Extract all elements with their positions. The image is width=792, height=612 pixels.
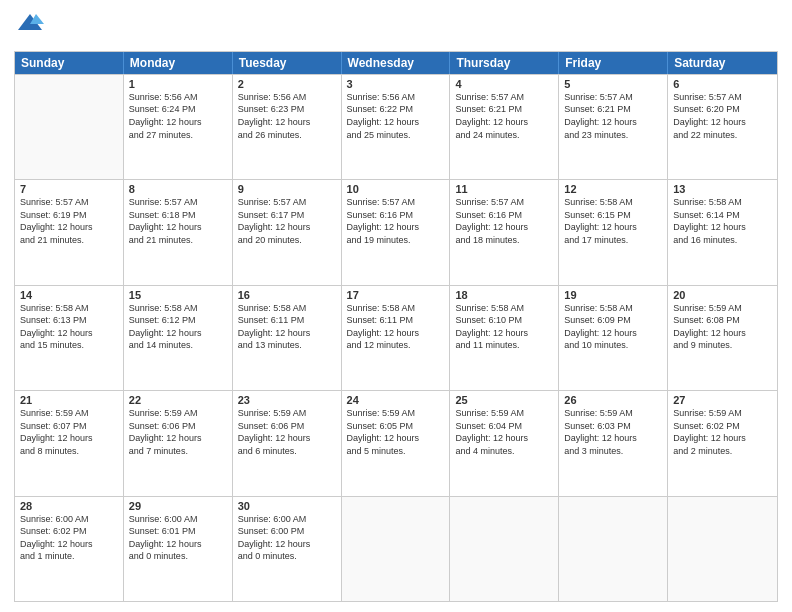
day-number: 4 <box>455 78 553 90</box>
day-number: 26 <box>564 394 662 406</box>
cal-cell: 9Sunrise: 5:57 AM Sunset: 6:17 PM Daylig… <box>233 180 342 284</box>
cal-cell: 19Sunrise: 5:58 AM Sunset: 6:09 PM Dayli… <box>559 286 668 390</box>
day-number: 28 <box>20 500 118 512</box>
cal-cell: 1Sunrise: 5:56 AM Sunset: 6:24 PM Daylig… <box>124 75 233 179</box>
cal-cell: 4Sunrise: 5:57 AM Sunset: 6:21 PM Daylig… <box>450 75 559 179</box>
cell-info: Sunrise: 5:56 AM Sunset: 6:24 PM Dayligh… <box>129 91 227 141</box>
cal-cell: 14Sunrise: 5:58 AM Sunset: 6:13 PM Dayli… <box>15 286 124 390</box>
cell-info: Sunrise: 5:58 AM Sunset: 6:14 PM Dayligh… <box>673 196 772 246</box>
cal-cell <box>559 497 668 601</box>
cell-info: Sunrise: 5:57 AM Sunset: 6:16 PM Dayligh… <box>455 196 553 246</box>
day-number: 29 <box>129 500 227 512</box>
cell-info: Sunrise: 5:58 AM Sunset: 6:11 PM Dayligh… <box>347 302 445 352</box>
cell-info: Sunrise: 5:59 AM Sunset: 6:05 PM Dayligh… <box>347 407 445 457</box>
cal-cell <box>15 75 124 179</box>
cell-info: Sunrise: 5:56 AM Sunset: 6:23 PM Dayligh… <box>238 91 336 141</box>
day-number: 24 <box>347 394 445 406</box>
cal-cell: 2Sunrise: 5:56 AM Sunset: 6:23 PM Daylig… <box>233 75 342 179</box>
cal-cell: 25Sunrise: 5:59 AM Sunset: 6:04 PM Dayli… <box>450 391 559 495</box>
cal-cell: 12Sunrise: 5:58 AM Sunset: 6:15 PM Dayli… <box>559 180 668 284</box>
cell-info: Sunrise: 5:57 AM Sunset: 6:16 PM Dayligh… <box>347 196 445 246</box>
cal-cell: 15Sunrise: 5:58 AM Sunset: 6:12 PM Dayli… <box>124 286 233 390</box>
cell-info: Sunrise: 5:57 AM Sunset: 6:19 PM Dayligh… <box>20 196 118 246</box>
cal-cell: 6Sunrise: 5:57 AM Sunset: 6:20 PM Daylig… <box>668 75 777 179</box>
day-number: 18 <box>455 289 553 301</box>
header-day-friday: Friday <box>559 52 668 74</box>
day-number: 19 <box>564 289 662 301</box>
cal-cell: 3Sunrise: 5:56 AM Sunset: 6:22 PM Daylig… <box>342 75 451 179</box>
cell-info: Sunrise: 6:00 AM Sunset: 6:02 PM Dayligh… <box>20 513 118 563</box>
cal-row-1: 1Sunrise: 5:56 AM Sunset: 6:24 PM Daylig… <box>15 74 777 179</box>
cal-row-2: 7Sunrise: 5:57 AM Sunset: 6:19 PM Daylig… <box>15 179 777 284</box>
header-day-tuesday: Tuesday <box>233 52 342 74</box>
day-number: 2 <box>238 78 336 90</box>
day-number: 8 <box>129 183 227 195</box>
cal-cell: 29Sunrise: 6:00 AM Sunset: 6:01 PM Dayli… <box>124 497 233 601</box>
day-number: 3 <box>347 78 445 90</box>
day-number: 10 <box>347 183 445 195</box>
cal-cell <box>668 497 777 601</box>
calendar: SundayMondayTuesdayWednesdayThursdayFrid… <box>14 51 778 602</box>
cal-row-4: 21Sunrise: 5:59 AM Sunset: 6:07 PM Dayli… <box>15 390 777 495</box>
cal-cell: 5Sunrise: 5:57 AM Sunset: 6:21 PM Daylig… <box>559 75 668 179</box>
day-number: 27 <box>673 394 772 406</box>
day-number: 11 <box>455 183 553 195</box>
cal-cell: 13Sunrise: 5:58 AM Sunset: 6:14 PM Dayli… <box>668 180 777 284</box>
day-number: 25 <box>455 394 553 406</box>
day-number: 13 <box>673 183 772 195</box>
cal-cell <box>450 497 559 601</box>
day-number: 30 <box>238 500 336 512</box>
cal-cell: 24Sunrise: 5:59 AM Sunset: 6:05 PM Dayli… <box>342 391 451 495</box>
cell-info: Sunrise: 5:59 AM Sunset: 6:06 PM Dayligh… <box>129 407 227 457</box>
cal-cell: 22Sunrise: 5:59 AM Sunset: 6:06 PM Dayli… <box>124 391 233 495</box>
day-number: 21 <box>20 394 118 406</box>
cal-cell: 21Sunrise: 5:59 AM Sunset: 6:07 PM Dayli… <box>15 391 124 495</box>
cal-cell: 8Sunrise: 5:57 AM Sunset: 6:18 PM Daylig… <box>124 180 233 284</box>
cal-row-5: 28Sunrise: 6:00 AM Sunset: 6:02 PM Dayli… <box>15 496 777 601</box>
header-day-wednesday: Wednesday <box>342 52 451 74</box>
cell-info: Sunrise: 5:57 AM Sunset: 6:17 PM Dayligh… <box>238 196 336 246</box>
cal-cell: 23Sunrise: 5:59 AM Sunset: 6:06 PM Dayli… <box>233 391 342 495</box>
cell-info: Sunrise: 5:58 AM Sunset: 6:15 PM Dayligh… <box>564 196 662 246</box>
cal-cell: 20Sunrise: 5:59 AM Sunset: 6:08 PM Dayli… <box>668 286 777 390</box>
cal-cell: 11Sunrise: 5:57 AM Sunset: 6:16 PM Dayli… <box>450 180 559 284</box>
calendar-header: SundayMondayTuesdayWednesdayThursdayFrid… <box>15 52 777 74</box>
day-number: 15 <box>129 289 227 301</box>
cell-info: Sunrise: 5:57 AM Sunset: 6:21 PM Dayligh… <box>564 91 662 141</box>
cal-cell <box>342 497 451 601</box>
header-day-monday: Monday <box>124 52 233 74</box>
cell-info: Sunrise: 5:58 AM Sunset: 6:11 PM Dayligh… <box>238 302 336 352</box>
cal-cell: 17Sunrise: 5:58 AM Sunset: 6:11 PM Dayli… <box>342 286 451 390</box>
day-number: 20 <box>673 289 772 301</box>
day-number: 1 <box>129 78 227 90</box>
cal-cell: 10Sunrise: 5:57 AM Sunset: 6:16 PM Dayli… <box>342 180 451 284</box>
cell-info: Sunrise: 5:56 AM Sunset: 6:22 PM Dayligh… <box>347 91 445 141</box>
calendar-body: 1Sunrise: 5:56 AM Sunset: 6:24 PM Daylig… <box>15 74 777 601</box>
cell-info: Sunrise: 5:59 AM Sunset: 6:04 PM Dayligh… <box>455 407 553 457</box>
day-number: 14 <box>20 289 118 301</box>
cell-info: Sunrise: 6:00 AM Sunset: 6:01 PM Dayligh… <box>129 513 227 563</box>
cell-info: Sunrise: 5:58 AM Sunset: 6:09 PM Dayligh… <box>564 302 662 352</box>
day-number: 6 <box>673 78 772 90</box>
cal-cell: 26Sunrise: 5:59 AM Sunset: 6:03 PM Dayli… <box>559 391 668 495</box>
cell-info: Sunrise: 5:57 AM Sunset: 6:20 PM Dayligh… <box>673 91 772 141</box>
cell-info: Sunrise: 5:59 AM Sunset: 6:02 PM Dayligh… <box>673 407 772 457</box>
cal-cell: 28Sunrise: 6:00 AM Sunset: 6:02 PM Dayli… <box>15 497 124 601</box>
header-day-sunday: Sunday <box>15 52 124 74</box>
header <box>14 10 778 43</box>
cal-cell: 7Sunrise: 5:57 AM Sunset: 6:19 PM Daylig… <box>15 180 124 284</box>
cell-info: Sunrise: 6:00 AM Sunset: 6:00 PM Dayligh… <box>238 513 336 563</box>
header-day-thursday: Thursday <box>450 52 559 74</box>
cell-info: Sunrise: 5:59 AM Sunset: 6:07 PM Dayligh… <box>20 407 118 457</box>
day-number: 17 <box>347 289 445 301</box>
day-number: 22 <box>129 394 227 406</box>
day-number: 12 <box>564 183 662 195</box>
cell-info: Sunrise: 5:57 AM Sunset: 6:18 PM Dayligh… <box>129 196 227 246</box>
logo <box>14 10 44 43</box>
page: SundayMondayTuesdayWednesdayThursdayFrid… <box>0 0 792 612</box>
cell-info: Sunrise: 5:59 AM Sunset: 6:08 PM Dayligh… <box>673 302 772 352</box>
cal-cell: 18Sunrise: 5:58 AM Sunset: 6:10 PM Dayli… <box>450 286 559 390</box>
day-number: 7 <box>20 183 118 195</box>
day-number: 9 <box>238 183 336 195</box>
cell-info: Sunrise: 5:59 AM Sunset: 6:06 PM Dayligh… <box>238 407 336 457</box>
